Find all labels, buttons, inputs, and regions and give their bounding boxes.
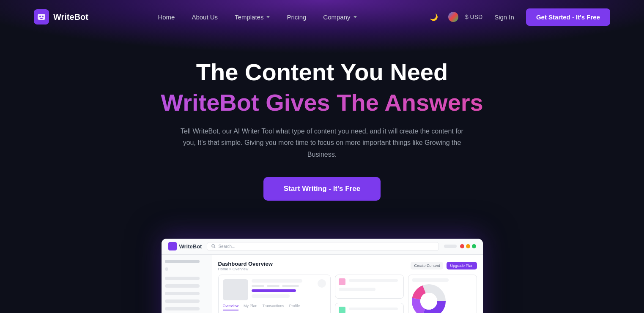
nav-right: 🌙 $ USD Sign In Get Started - It's Free (426, 8, 610, 26)
create-content-button[interactable]: Create Content (411, 262, 443, 269)
tab-overview[interactable]: Overview (223, 304, 239, 310)
green-accent (339, 307, 345, 313)
dashboard-preview: WriteBot Search... (0, 239, 644, 313)
card-text (339, 288, 375, 291)
maximize-dot (472, 244, 476, 248)
nav-company[interactable]: Company (316, 10, 363, 24)
logo-text: WriteBot (53, 12, 88, 22)
svg-point-1 (39, 16, 41, 17)
card-text (349, 308, 398, 310)
svg-point-2 (42, 16, 44, 17)
sidebar-item (165, 299, 200, 303)
pink-accent (339, 278, 345, 285)
nav-links: Home About Us Templates Pricing Company (151, 10, 363, 24)
sidebar-chevron (165, 267, 168, 271)
sidebar-item (165, 277, 200, 280)
templates-chevron-icon (266, 16, 270, 18)
currency-selector[interactable]: $ USD (465, 14, 482, 20)
nav-home[interactable]: Home (151, 10, 181, 24)
dashboard-breadcrumb: Home > Overview (218, 267, 273, 271)
dashboard-topbar: WriteBot Search... (162, 239, 483, 255)
hero-section: The Content You Need WriteBot Gives The … (0, 34, 644, 218)
moon-icon: 🌙 (430, 13, 438, 21)
get-started-button[interactable]: Get Started - It's Free (526, 8, 610, 26)
logo-link[interactable]: WriteBot (34, 9, 88, 24)
dashboard-sidebar (162, 255, 212, 313)
dashboard-title: Dashboard Overview (218, 261, 273, 267)
hero-subtitle: Tell WriteBot, our AI Writer Tool what t… (178, 125, 466, 160)
svg-rect-3 (40, 18, 43, 19)
content-line (252, 279, 302, 283)
language-icon (448, 12, 458, 22)
svg-point-4 (212, 245, 214, 247)
tab-myplan[interactable]: My Plan (244, 304, 258, 310)
sign-in-button[interactable]: Sign In (489, 10, 519, 24)
tab-transactions[interactable]: Transactions (263, 304, 284, 310)
chart-column (408, 275, 477, 313)
minimize-dot (466, 244, 470, 248)
dark-mode-toggle[interactable]: 🌙 (426, 9, 441, 24)
hero-title-white: The Content You Need (8, 59, 636, 85)
upgrade-plan-button[interactable]: Upgrade Plan (447, 262, 477, 269)
content-image-placeholder (223, 279, 248, 300)
dashboard-logo-icon (168, 242, 177, 250)
tab-profile[interactable]: Profile (289, 304, 300, 310)
dashboard-content-area: Overview My Plan Transactions Profile (218, 275, 477, 313)
dashboard-body: Dashboard Overview Home > Overview Creat… (162, 255, 483, 313)
sidebar-item (165, 260, 200, 263)
svg-point-20 (420, 293, 437, 310)
svg-line-5 (214, 247, 216, 248)
dashboard-frame: WriteBot Search... (162, 239, 483, 313)
cta-button[interactable]: Start Writing - It's Free (263, 177, 381, 201)
main-content-card: Overview My Plan Transactions Profile (218, 275, 331, 313)
hero-title-gradient: WriteBot Gives The Answers (8, 90, 636, 116)
dashboard-tabs: Overview My Plan Transactions Profile (223, 304, 326, 313)
navbar: WriteBot Home About Us Templates Pricing (0, 0, 644, 34)
dashboard-main: Dashboard Overview Home > Overview Creat… (212, 255, 483, 313)
small-card-1 (335, 275, 404, 299)
sidebar-item (165, 284, 200, 288)
small-cards-column (335, 275, 404, 313)
dashboard-logo: WriteBot (168, 242, 202, 250)
sidebar-item (165, 292, 200, 295)
nav-pricing[interactable]: Pricing (280, 10, 313, 24)
nav-templates[interactable]: Templates (228, 10, 277, 24)
card-text (349, 279, 398, 282)
close-dot (460, 244, 464, 248)
chart-title (412, 278, 449, 282)
dashboard-search[interactable]: Search... (207, 242, 438, 251)
company-chevron-icon (354, 16, 357, 18)
page-wrapper: WriteBot Home About Us Templates Pricing (0, 0, 644, 313)
dashboard-action-buttons: Create Content Upgrade Plan (411, 262, 477, 269)
dashboard-header-row: Dashboard Overview Home > Overview Creat… (218, 261, 477, 271)
dashboard-controls (444, 244, 476, 248)
sidebar-item (165, 307, 200, 310)
nav-about[interactable]: About Us (185, 10, 225, 24)
chart-card (408, 275, 477, 313)
small-card-2 (335, 303, 404, 313)
content-line (252, 294, 290, 298)
card-action-icon (318, 279, 326, 288)
logo-icon (34, 9, 49, 24)
